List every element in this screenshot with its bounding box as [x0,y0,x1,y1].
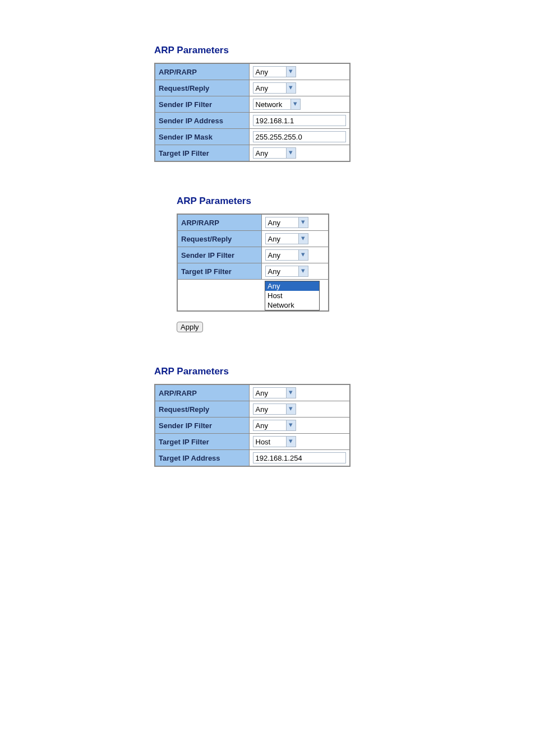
dropdown-cell: Any Host Network [261,280,329,312]
sender-ip-filter-select[interactable]: Any ▾ [265,249,308,261]
label-arp-rarp: ARP/RARP [155,384,249,401]
label-arp-rarp: ARP/RARP [155,63,249,80]
request-reply-select[interactable]: Any ▾ [265,233,308,244]
table-row: ARP/RARP Any ▾ [155,384,350,401]
apply-button[interactable]: Apply [177,322,203,332]
select-text: Any [266,251,298,259]
chevron-down-icon: ▾ [298,266,308,276]
chevron-down-icon: ▾ [286,420,296,430]
label-target-ip-filter: Target IP Filter [155,434,249,450]
value-cell: Any ▾ [249,63,350,80]
table-row: Target IP Filter Any ▾ [155,145,350,162]
value-cell: Any ▾ [249,418,350,434]
chevron-down-icon: ▾ [298,217,308,228]
arp-rarp-select[interactable]: Any ▾ [253,387,296,398]
arp-parameters-section-2: ARP Parameters ARP/RARP Any ▾ Request/Re… [177,196,535,332]
label-request-reply: Request/Reply [155,80,249,96]
request-reply-select[interactable]: Any ▾ [253,82,296,94]
table-row: Sender IP Filter Any ▾ [177,247,329,263]
label-arp-rarp: ARP/RARP [177,214,261,231]
target-ip-filter-select[interactable]: Any ▾ [253,147,296,159]
table-row: Sender IP Filter Network ▾ [155,96,350,113]
sender-ip-address-input[interactable] [253,115,346,126]
label-sender-ip-filter: Sender IP Filter [155,96,249,113]
arp-parameters-table: ARP/RARP Any ▾ Request/Reply Any ▾ Sende… [154,384,350,467]
label-sender-ip-address: Sender IP Address [155,113,249,129]
chevron-down-icon: ▾ [298,250,308,260]
label-sender-ip-filter: Sender IP Filter [155,418,249,434]
select-text: Any [253,421,286,430]
sender-ip-mask-input[interactable] [253,131,346,142]
value-cell: Any ▾ [249,80,350,96]
table-row: ARP/RARP Any ▾ [155,63,350,80]
label-target-ip-filter: Target IP Filter [177,263,261,280]
table-row: Sender IP Filter Any ▾ [155,418,350,434]
dropdown-option-host[interactable]: Host [265,291,319,300]
arp-parameters-table: ARP/RARP Any ▾ Request/Reply Any ▾ Sende… [154,63,350,162]
select-text: Any [266,267,298,276]
table-row: Sender IP Address [155,113,350,129]
label-request-reply: Request/Reply [177,231,261,247]
select-text: Any [253,84,286,92]
select-text: Host [253,438,286,446]
dropdown-open-row: Any Host Network [177,280,329,312]
table-row: Target IP Address [155,450,350,467]
value-cell: Network ▾ [249,96,350,113]
label-target-ip-filter: Target IP Filter [155,145,249,162]
sender-ip-filter-select[interactable]: Any ▾ [253,420,296,431]
arp-rarp-select[interactable]: Any ▾ [253,66,296,77]
table-row: ARP/RARP Any ▾ [177,214,329,231]
dropdown-option-any[interactable]: Any [265,281,319,291]
section-title: ARP Parameters [154,366,535,377]
value-cell: Any ▾ [261,214,329,231]
select-text: Any [253,149,286,157]
table-row: Target IP Filter Host ▾ [155,434,350,450]
chevron-down-icon: ▾ [286,404,296,414]
value-cell [249,113,350,129]
dropdown-option-network[interactable]: Network [265,300,319,310]
select-text: Any [266,219,298,227]
value-cell [249,450,350,467]
value-cell [249,129,350,145]
target-ip-filter-dropdown-list[interactable]: Any Host Network [265,281,320,310]
label-target-ip-address: Target IP Address [155,450,249,467]
table-row: Sender IP Mask [155,129,350,145]
arp-parameters-section-3: ARP Parameters ARP/RARP Any ▾ Request/Re… [154,366,535,467]
arp-rarp-select[interactable]: Any ▾ [265,217,308,228]
chevron-down-icon: ▾ [286,388,296,398]
table-row: Request/Reply Any ▾ [155,401,350,418]
value-cell: Any ▾ [249,401,350,418]
chevron-down-icon: ▾ [286,67,296,77]
target-ip-address-input[interactable] [253,452,346,463]
target-ip-filter-select[interactable]: Any ▾ [265,266,308,277]
value-cell: Any ▾ [249,384,350,401]
target-ip-filter-select[interactable]: Host ▾ [253,436,296,447]
select-text: Network [253,100,290,109]
request-reply-select[interactable]: Any ▾ [253,403,296,415]
label-request-reply: Request/Reply [155,401,249,418]
chevron-down-icon: ▾ [286,83,296,93]
value-cell: Any ▾ [249,145,350,162]
value-cell: Host ▾ [249,434,350,450]
select-text: Any [253,389,286,397]
sender-ip-filter-select[interactable]: Network ▾ [253,99,301,110]
label-sender-ip-filter: Sender IP Filter [177,247,261,263]
chevron-down-icon: ▾ [290,99,300,109]
select-text: Any [266,235,298,243]
value-cell: Any ▾ [261,231,329,247]
label-sender-ip-mask: Sender IP Mask [155,129,249,145]
select-text: Any [253,68,286,76]
chevron-down-icon: ▾ [286,437,296,447]
apply-row: Apply [177,322,535,332]
table-row: Request/Reply Any ▾ [177,231,329,247]
select-text: Any [253,405,286,414]
chevron-down-icon: ▾ [298,234,308,244]
chevron-down-icon: ▾ [286,148,296,158]
table-row: Request/Reply Any ▾ [155,80,350,96]
arp-parameters-table: ARP/RARP Any ▾ Request/Reply Any ▾ Sende… [177,214,329,312]
section-title: ARP Parameters [177,196,535,207]
arp-parameters-section-1: ARP Parameters ARP/RARP Any ▾ Request/Re… [154,45,535,162]
table-row: Target IP Filter Any ▾ [177,263,329,280]
empty-cell [177,280,261,312]
section-title: ARP Parameters [154,45,535,56]
